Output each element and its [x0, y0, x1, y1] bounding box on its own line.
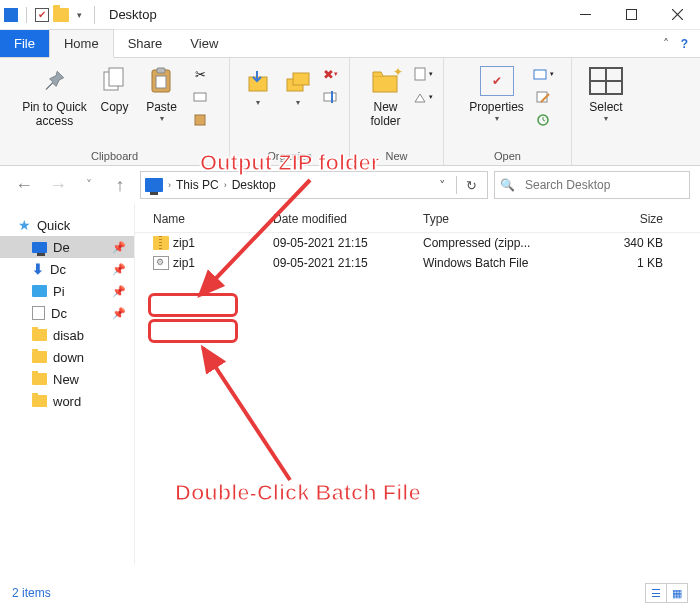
new-item-button[interactable]: ▾ — [412, 64, 434, 84]
sidebar-item-folder[interactable]: word — [0, 390, 134, 412]
svg-text:✦: ✦ — [393, 66, 403, 79]
app-icon — [4, 8, 18, 22]
qa-separator — [26, 7, 27, 23]
folder-icon — [32, 351, 47, 363]
svg-rect-19 — [534, 70, 546, 79]
annotation-arrow-batch — [195, 340, 315, 485]
properties-button[interactable]: ✔ Properties ▾ — [462, 62, 532, 123]
large-icons-view-button[interactable]: ▦ — [666, 583, 688, 603]
folder-icon — [32, 395, 47, 407]
search-icon: 🔍 — [495, 178, 519, 192]
help-icon[interactable]: ? — [681, 37, 688, 51]
svg-rect-14 — [324, 93, 336, 101]
svg-rect-1 — [626, 10, 636, 20]
annotation-arrow-output — [190, 175, 330, 305]
search-input[interactable] — [519, 178, 689, 192]
chevron-right-icon[interactable]: › — [163, 180, 176, 190]
open-button[interactable]: ▾ — [532, 64, 554, 84]
qa-folder-icon[interactable] — [53, 8, 69, 22]
history-button[interactable] — [532, 110, 554, 130]
annotation-output-label: Output ZIP folder — [200, 150, 379, 176]
group-new-label: New — [385, 150, 407, 162]
tab-file[interactable]: File — [0, 30, 49, 57]
status-bar: 2 items ☰ ▦ — [0, 580, 700, 606]
qa-properties-icon[interactable]: ✔ — [35, 8, 49, 22]
cut-button[interactable]: ✂ — [190, 64, 212, 84]
paste-shortcut-button[interactable] — [190, 110, 212, 130]
star-icon: ★ — [18, 217, 31, 233]
back-button[interactable]: ← — [10, 171, 38, 199]
close-button[interactable] — [654, 0, 700, 30]
tab-home[interactable]: Home — [49, 29, 114, 58]
sidebar-item-desktop[interactable]: De 📌 — [0, 236, 134, 258]
search-box[interactable]: 🔍 — [494, 171, 690, 199]
copy-path-button[interactable] — [190, 87, 212, 107]
rename-button[interactable] — [320, 87, 342, 107]
svg-line-23 — [203, 348, 290, 480]
title-bar: ✔ ▾ Desktop — [0, 0, 700, 30]
new-folder-button[interactable]: ✦ New folder — [360, 62, 412, 129]
batch-file-icon — [153, 256, 169, 270]
pinned-icon: 📌 — [112, 263, 134, 276]
maximize-button[interactable] — [608, 0, 654, 30]
ribbon-tabs: File Home Share View ˄ ? — [0, 30, 700, 58]
check-icon: ✔ — [480, 66, 514, 96]
navigation-pane[interactable]: ★ Quick De 📌 ⬇ Dc 📌 Pi 📌 Dc 📌 disab — [0, 204, 135, 564]
svg-rect-10 — [195, 115, 205, 125]
qa-sep — [94, 6, 95, 24]
monitor-icon — [32, 242, 47, 253]
sidebar-item-pictures[interactable]: Pi 📌 — [0, 280, 134, 302]
breadcrumb-dropdown-icon[interactable]: ˅ — [430, 172, 454, 198]
item-count: 2 items — [12, 586, 51, 600]
copy-button[interactable]: Copy — [92, 62, 138, 114]
recent-locations-button[interactable]: ˅ — [78, 171, 100, 199]
svg-rect-5 — [109, 68, 123, 86]
svg-rect-18 — [415, 68, 425, 80]
move-to-button[interactable]: ▾ — [238, 62, 278, 107]
tab-share[interactable]: Share — [114, 30, 177, 57]
tab-view[interactable]: View — [176, 30, 232, 57]
easy-access-button[interactable]: ▾ — [412, 87, 434, 107]
sidebar-item-downloads[interactable]: ⬇ Dc 📌 — [0, 258, 134, 280]
column-size[interactable]: Size — [583, 212, 663, 226]
sidebar-item-folder[interactable]: down — [0, 346, 134, 368]
group-open-label: Open — [494, 150, 521, 162]
pin-to-quick-access-button[interactable]: Pin to Quick access — [18, 62, 92, 129]
download-icon: ⬇ — [32, 261, 44, 277]
sidebar-item-documents[interactable]: Dc 📌 — [0, 302, 134, 324]
svg-rect-9 — [194, 93, 206, 101]
zip-icon — [153, 236, 169, 250]
column-type[interactable]: Type — [423, 212, 583, 226]
quick-access[interactable]: ★ Quick — [0, 214, 134, 236]
document-icon — [32, 306, 45, 320]
pinned-icon: 📌 — [112, 285, 134, 298]
sidebar-item-folder[interactable]: disab — [0, 324, 134, 346]
grid-icon — [589, 67, 623, 95]
window-title: Desktop — [103, 7, 157, 22]
svg-rect-13 — [293, 73, 309, 85]
svg-line-22 — [200, 180, 310, 295]
sidebar-item-folder[interactable]: New — [0, 368, 134, 390]
collapse-ribbon-icon[interactable]: ˄ — [663, 37, 669, 51]
paste-dropdown-icon[interactable]: ▾ — [160, 114, 164, 123]
picture-icon — [32, 285, 47, 297]
edit-button[interactable] — [532, 87, 554, 107]
qa-customize-chevron-icon[interactable]: ▾ — [73, 10, 86, 20]
minimize-button[interactable] — [562, 0, 608, 30]
copy-to-button[interactable]: ▾ — [278, 62, 318, 107]
folder-icon — [32, 329, 47, 341]
select-button[interactable]: Select ▾ — [578, 62, 634, 123]
pinned-icon: 📌 — [112, 241, 134, 254]
forward-button[interactable]: → — [44, 171, 72, 199]
svg-rect-8 — [156, 76, 166, 88]
folder-icon — [32, 373, 47, 385]
up-button[interactable]: ↑ — [106, 171, 134, 199]
delete-button[interactable]: ✖▾ — [320, 64, 342, 84]
this-pc-icon — [145, 178, 163, 192]
details-view-button[interactable]: ☰ — [645, 583, 667, 603]
paste-button[interactable]: Paste ▾ — [138, 62, 186, 123]
group-clipboard-label: Clipboard — [91, 150, 138, 162]
refresh-button[interactable]: ↻ — [459, 172, 483, 198]
svg-rect-7 — [157, 68, 165, 73]
pinned-icon: 📌 — [112, 307, 134, 320]
